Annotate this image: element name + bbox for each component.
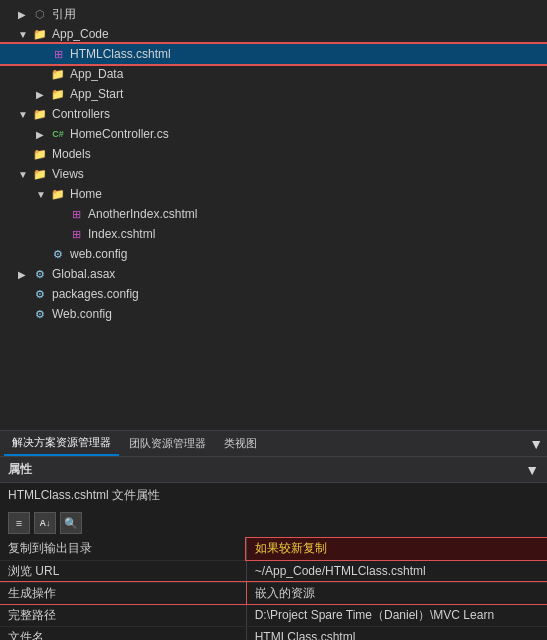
label-anotherindex: AnotherIndex.cshtml bbox=[88, 207, 197, 221]
label-app-data: App_Data bbox=[70, 67, 123, 81]
prop-row-filename[interactable]: 文件名 HTMLClass.cshtml bbox=[0, 626, 547, 640]
tab-team[interactable]: 团队资源管理器 bbox=[121, 432, 214, 455]
label-controllers: Controllers bbox=[52, 107, 110, 121]
properties-grid: 复制到输出目录 如果较新复制 浏览 URL ~/App_Code/HTMLCla… bbox=[0, 538, 547, 640]
toolbar-search-btn[interactable]: 🔍 bbox=[60, 512, 82, 534]
prop-value-browse-url: ~/App_Code/HTMLClass.cshtml bbox=[246, 560, 547, 582]
prop-row-browse-url[interactable]: 浏览 URL ~/App_Code/HTMLClass.cshtml bbox=[0, 560, 547, 582]
label-htmlclass: HTMLClass.cshtml bbox=[70, 47, 171, 61]
properties-panel: 属性 ▼ HTMLClass.cshtml 文件属性 ≡ A↓ 🔍 复制到输出目… bbox=[0, 456, 547, 640]
tree-item-models[interactable]: 📁 Models bbox=[0, 144, 547, 164]
tree-item-index[interactable]: ⊞ Index.cshtml bbox=[0, 224, 547, 244]
folder-icon-app-start: 📁 bbox=[50, 86, 66, 102]
label-homecontroller: HomeController.cs bbox=[70, 127, 169, 141]
arrow-global-asax: ▶ bbox=[18, 269, 32, 280]
tree-item-homecontroller[interactable]: ▶ C# HomeController.cs bbox=[0, 124, 547, 144]
tree-item-home[interactable]: ▼ 📁 Home bbox=[0, 184, 547, 204]
properties-file-title: HTMLClass.cshtml 文件属性 bbox=[0, 483, 547, 508]
prop-row-build-action[interactable]: 生成操作 嵌入的资源 bbox=[0, 582, 547, 604]
label-webconfig-views: web.config bbox=[70, 247, 127, 261]
arrow-views: ▼ bbox=[18, 169, 32, 180]
tree-item-app-code[interactable]: ▼ 📁 App_Code bbox=[0, 24, 547, 44]
label-index: Index.cshtml bbox=[88, 227, 155, 241]
prop-value-copy-output: 如果较新复制 bbox=[246, 538, 547, 560]
config-icon-web: ⚙ bbox=[32, 306, 48, 322]
prop-row-copy-output[interactable]: 复制到输出目录 如果较新复制 bbox=[0, 538, 547, 560]
collapse-icon[interactable]: ▼ bbox=[529, 436, 543, 452]
cshtml-icon-index: ⊞ bbox=[68, 226, 84, 242]
folder-icon-controllers: 📁 bbox=[32, 106, 48, 122]
tab-class[interactable]: 类视图 bbox=[216, 432, 265, 455]
folder-icon-views: 📁 bbox=[32, 166, 48, 182]
asax-icon: ⚙ bbox=[32, 266, 48, 282]
tree-area: ▶ ⬡ 引用 ▼ 📁 App_Code ⊞ HTMLClass.cshtml 📁… bbox=[0, 0, 547, 380]
prop-name-copy-output: 复制到输出目录 bbox=[0, 538, 246, 560]
prop-name-filename: 文件名 bbox=[0, 626, 246, 640]
label-references: 引用 bbox=[52, 6, 76, 23]
label-packages-config: packages.config bbox=[52, 287, 139, 301]
folder-icon-app-code: 📁 bbox=[32, 26, 48, 42]
config-icon-packages: ⚙ bbox=[32, 286, 48, 302]
prop-value-filename: HTMLClass.cshtml bbox=[246, 626, 547, 640]
toolbar-categorize-btn[interactable]: ≡ bbox=[8, 512, 30, 534]
label-views: Views bbox=[52, 167, 84, 181]
label-app-code: App_Code bbox=[52, 27, 109, 41]
tab-solution[interactable]: 解决方案资源管理器 bbox=[4, 431, 119, 456]
arrow-home: ▼ bbox=[36, 189, 50, 200]
properties-collapse-icon[interactable]: ▼ bbox=[525, 462, 539, 478]
cshtml-icon-anotherindex: ⊞ bbox=[68, 206, 84, 222]
tree-item-views[interactable]: ▼ 📁 Views bbox=[0, 164, 547, 184]
properties-toolbar: ≡ A↓ 🔍 bbox=[0, 508, 547, 538]
folder-icon-app-data: 📁 bbox=[50, 66, 66, 82]
tree-item-controllers[interactable]: ▼ 📁 Controllers bbox=[0, 104, 547, 124]
tree-item-web-config[interactable]: ⚙ Web.config bbox=[0, 304, 547, 324]
label-models: Models bbox=[52, 147, 91, 161]
cshtml-icon-htmlclass: ⊞ bbox=[50, 46, 66, 62]
prop-value-full-path: D:\Project Spare Time（Daniel）\MVC Learn bbox=[246, 604, 547, 626]
tree-item-app-start[interactable]: ▶ 📁 App_Start bbox=[0, 84, 547, 104]
prop-name-browse-url: 浏览 URL bbox=[0, 560, 246, 582]
label-app-start: App_Start bbox=[70, 87, 123, 101]
prop-name-build-action: 生成操作 bbox=[0, 582, 246, 604]
label-home: Home bbox=[70, 187, 102, 201]
tab-bar: 解决方案资源管理器 团队资源管理器 类视图 ▼ bbox=[0, 430, 547, 456]
solution-explorer: ▶ ⬡ 引用 ▼ 📁 App_Code ⊞ HTMLClass.cshtml 📁… bbox=[0, 0, 547, 430]
arrow-app-code: ▼ bbox=[18, 29, 32, 40]
arrow-app-start: ▶ bbox=[36, 89, 50, 100]
label-global-asax: Global.asax bbox=[52, 267, 115, 281]
cs-icon-homecontroller: C# bbox=[50, 126, 66, 142]
prop-name-full-path: 完整路径 bbox=[0, 604, 246, 626]
arrow-homecontroller: ▶ bbox=[36, 129, 50, 140]
tree-item-global-asax[interactable]: ▶ ⚙ Global.asax bbox=[0, 264, 547, 284]
tree-item-app-data[interactable]: 📁 App_Data bbox=[0, 64, 547, 84]
folder-icon-home: 📁 bbox=[50, 186, 66, 202]
config-icon-webconfig-views: ⚙ bbox=[50, 246, 66, 262]
properties-title: 属性 bbox=[8, 461, 32, 478]
prop-row-full-path[interactable]: 完整路径 D:\Project Spare Time（Daniel）\MVC L… bbox=[0, 604, 547, 626]
arrow-controllers: ▼ bbox=[18, 109, 32, 120]
toolbar-sort-btn[interactable]: A↓ bbox=[34, 512, 56, 534]
label-web-config: Web.config bbox=[52, 307, 112, 321]
tree-item-anotherindex[interactable]: ⊞ AnotherIndex.cshtml bbox=[0, 204, 547, 224]
tree-item-webconfig-views[interactable]: ⚙ web.config bbox=[0, 244, 547, 264]
prop-value-build-action: 嵌入的资源 bbox=[246, 582, 547, 604]
tree-item-htmlclass[interactable]: ⊞ HTMLClass.cshtml bbox=[0, 44, 547, 64]
tree-item-packages-config[interactable]: ⚙ packages.config bbox=[0, 284, 547, 304]
folder-icon-models: 📁 bbox=[32, 146, 48, 162]
ref-icon: ⬡ bbox=[32, 6, 48, 22]
tree-item-references[interactable]: ▶ ⬡ 引用 bbox=[0, 4, 547, 24]
properties-header: 属性 ▼ bbox=[0, 457, 547, 483]
arrow-references: ▶ bbox=[18, 9, 32, 20]
